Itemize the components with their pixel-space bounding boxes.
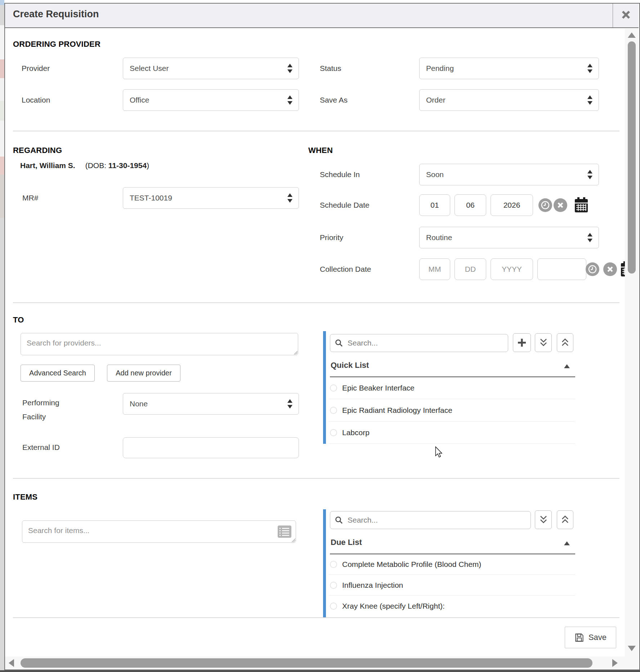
bg-block [0,175,4,218]
sort-ascending-icon[interactable] [564,364,570,368]
section-divider [13,302,619,303]
collection-date-year-input[interactable] [491,258,533,280]
section-divider [13,131,619,131]
schedule-date-clear-icon[interactable] [554,198,567,212]
location-select[interactable]: Office [123,89,299,111]
when-heading: WHEN [308,146,333,155]
vertical-scroll-thumb[interactable] [628,41,636,274]
external-id-input[interactable] [123,437,299,458]
search-icon [335,339,343,347]
save-label: Save [588,633,607,642]
provider-label: Provider [22,64,50,73]
add-new-provider-button[interactable]: Add new provider [107,365,180,382]
save-as-label: Save As [320,96,348,104]
bg-block [0,25,4,59]
double-chevron-down-icon [539,515,548,524]
due-list-item[interactable]: Influenza Injection [329,575,575,596]
textarea-resize-handle[interactable] [291,537,295,542]
plus-icon [517,338,527,347]
add-quick-list-button[interactable] [513,333,531,352]
mouse-cursor [435,446,443,459]
scroll-right-arrow[interactable] [612,659,618,667]
due-list-item[interactable]: Xray Knee (specify Left/Right): [329,596,575,617]
collection-date-day-input[interactable] [455,258,486,280]
scroll-down-arrow[interactable] [628,646,636,651]
radio-icon[interactable] [330,429,337,436]
external-id-label: External ID [22,443,60,452]
schedule-date-day-input[interactable] [455,194,486,216]
schedule-date-month-input[interactable] [419,194,450,216]
collection-date-month-input[interactable] [419,258,450,280]
due-list-header[interactable]: Due List [331,538,362,547]
textarea-resize-handle[interactable] [293,350,297,355]
mr-select[interactable]: TEST-10019 [123,187,299,209]
status-label: Status [320,64,341,73]
quick-list-collapse-button[interactable] [535,333,552,352]
due-list-collapse-button[interactable] [535,510,552,529]
quick-list-item-label: Labcorp [342,428,370,437]
provider-select[interactable]: Select User [123,58,299,79]
radio-icon[interactable] [330,384,337,392]
double-chevron-up-icon [561,338,569,347]
dialog-title: Create Requisition [13,9,99,20]
select-arrows-icon [587,95,593,105]
regarding-heading: REGARDING [13,146,62,155]
schedule-in-label: Schedule In [320,170,360,179]
quick-list-item-label: Epic Radiant Radiology Interface [342,406,452,415]
status-select[interactable]: Pending [419,58,599,79]
item-list-icon[interactable] [277,525,292,540]
priority-select[interactable]: Routine [419,227,599,248]
due-list-expand-button[interactable] [557,510,573,529]
quick-list-search [330,334,508,352]
quick-list-item[interactable]: Epic Radiant Radiology Interface [329,399,575,421]
schedule-date-year-input[interactable] [491,194,533,216]
due-list-item[interactable]: Complete Metabolic Profile (Blood Chem) [329,554,575,575]
priority-label: Priority [320,233,343,242]
quick-list-item[interactable]: Labcorp [329,421,575,444]
scroll-left-arrow[interactable] [9,659,14,667]
select-arrows-icon [287,64,293,73]
ordering-provider-heading: ORDERING PROVIDER [13,40,100,49]
radio-icon[interactable] [330,407,337,414]
quick-list-item[interactable]: Epic Beaker Interface [329,377,575,399]
collection-date-time-icon[interactable] [586,262,599,276]
close-button[interactable] [613,4,639,27]
item-search-textarea[interactable] [22,520,296,543]
dialog-titlebar [5,4,639,28]
due-list-item-label: Influenza Injection [342,581,403,590]
radio-icon[interactable] [330,603,337,610]
schedule-date-time-icon[interactable] [538,198,552,212]
section-divider [13,478,619,479]
advanced-search-button[interactable]: Advanced Search [21,365,95,382]
double-chevron-down-icon [539,338,548,347]
to-heading: TO [13,315,24,325]
select-arrows-icon [587,233,593,242]
bg-block [0,121,4,157]
due-list-search-input[interactable] [330,511,531,529]
bg-block [0,0,4,5]
performing-facility-select[interactable]: None [123,393,299,415]
quick-list-header[interactable]: Quick List [331,361,369,370]
due-list-item-label: Complete Metabolic Profile (Blood Chem) [342,560,481,569]
quick-list-accent-bar [323,331,326,444]
quick-list-expand-button[interactable] [557,333,573,352]
provider-search-textarea[interactable] [21,333,298,355]
collection-date-clear-icon[interactable] [603,262,617,276]
quick-list-search-input[interactable] [330,334,508,352]
schedule-in-select[interactable]: Soon [419,164,599,185]
background-page-strip [0,0,4,672]
search-icon [335,516,343,524]
sort-ascending-icon[interactable] [564,541,570,545]
performing-facility-label: Performing Facility [22,396,76,424]
save-as-select[interactable]: Order [419,89,599,111]
patient-dob-prefix: (DOB: [85,161,108,170]
save-button[interactable]: Save [565,627,616,648]
scroll-up-arrow[interactable] [628,32,636,38]
radio-icon[interactable] [330,582,337,589]
radio-icon[interactable] [330,561,337,568]
schedule-date-calendar-icon[interactable] [574,197,588,215]
horizontal-scroll-thumb[interactable] [21,658,592,668]
collection-time-input[interactable] [537,258,586,280]
select-arrows-icon [287,193,293,203]
double-chevron-up-icon [561,515,569,524]
